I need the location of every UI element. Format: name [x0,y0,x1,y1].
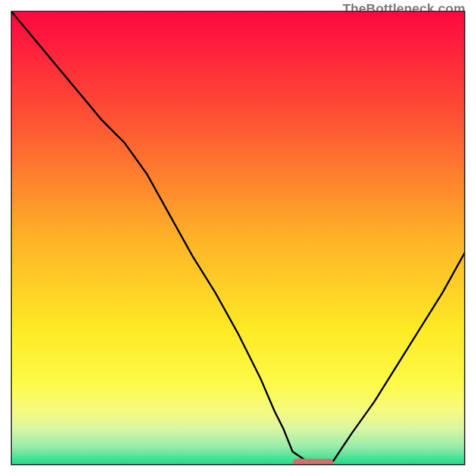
bottleneck-chart: TheBottleneck.com [0,0,476,476]
heat-gradient-background [11,11,465,465]
optimal-range-marker [293,459,334,465]
plot-svg [11,11,465,465]
plot-area [11,11,465,465]
